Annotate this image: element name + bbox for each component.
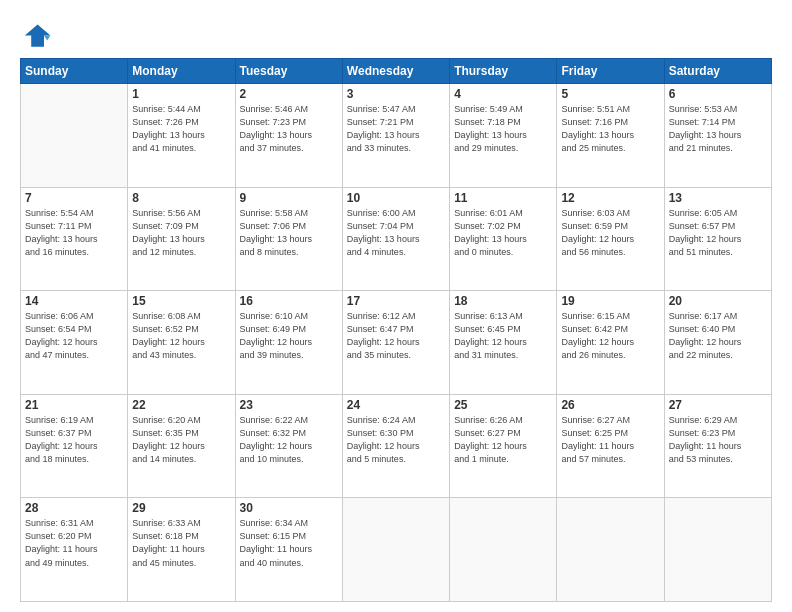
calendar-cell: 3Sunrise: 5:47 AM Sunset: 7:21 PM Daylig…: [342, 84, 449, 188]
day-number: 17: [347, 294, 445, 308]
day-info: Sunrise: 6:01 AM Sunset: 7:02 PM Dayligh…: [454, 207, 552, 259]
day-info: Sunrise: 6:15 AM Sunset: 6:42 PM Dayligh…: [561, 310, 659, 362]
calendar-cell: 6Sunrise: 5:53 AM Sunset: 7:14 PM Daylig…: [664, 84, 771, 188]
calendar-cell: 13Sunrise: 6:05 AM Sunset: 6:57 PM Dayli…: [664, 187, 771, 291]
calendar-cell: [342, 498, 449, 602]
header: [20, 18, 772, 50]
day-number: 4: [454, 87, 552, 101]
calendar-cell: 18Sunrise: 6:13 AM Sunset: 6:45 PM Dayli…: [450, 291, 557, 395]
day-number: 2: [240, 87, 338, 101]
day-info: Sunrise: 5:49 AM Sunset: 7:18 PM Dayligh…: [454, 103, 552, 155]
calendar-week-4: 21Sunrise: 6:19 AM Sunset: 6:37 PM Dayli…: [21, 394, 772, 498]
day-number: 26: [561, 398, 659, 412]
calendar-cell: 27Sunrise: 6:29 AM Sunset: 6:23 PM Dayli…: [664, 394, 771, 498]
logo-icon: [20, 18, 52, 50]
day-number: 10: [347, 191, 445, 205]
day-number: 11: [454, 191, 552, 205]
day-info: Sunrise: 6:24 AM Sunset: 6:30 PM Dayligh…: [347, 414, 445, 466]
day-number: 13: [669, 191, 767, 205]
calendar-header-row: SundayMondayTuesdayWednesdayThursdayFrid…: [21, 59, 772, 84]
day-number: 3: [347, 87, 445, 101]
calendar-cell: 5Sunrise: 5:51 AM Sunset: 7:16 PM Daylig…: [557, 84, 664, 188]
logo: [20, 18, 56, 50]
calendar-cell: 25Sunrise: 6:26 AM Sunset: 6:27 PM Dayli…: [450, 394, 557, 498]
day-number: 27: [669, 398, 767, 412]
day-info: Sunrise: 6:10 AM Sunset: 6:49 PM Dayligh…: [240, 310, 338, 362]
day-info: Sunrise: 5:44 AM Sunset: 7:26 PM Dayligh…: [132, 103, 230, 155]
calendar-cell: 26Sunrise: 6:27 AM Sunset: 6:25 PM Dayli…: [557, 394, 664, 498]
weekday-header-friday: Friday: [557, 59, 664, 84]
day-info: Sunrise: 5:58 AM Sunset: 7:06 PM Dayligh…: [240, 207, 338, 259]
weekday-header-saturday: Saturday: [664, 59, 771, 84]
day-info: Sunrise: 5:54 AM Sunset: 7:11 PM Dayligh…: [25, 207, 123, 259]
day-info: Sunrise: 6:03 AM Sunset: 6:59 PM Dayligh…: [561, 207, 659, 259]
calendar-cell: 15Sunrise: 6:08 AM Sunset: 6:52 PM Dayli…: [128, 291, 235, 395]
page: SundayMondayTuesdayWednesdayThursdayFrid…: [0, 0, 792, 612]
weekday-header-wednesday: Wednesday: [342, 59, 449, 84]
day-number: 22: [132, 398, 230, 412]
calendar-cell: [450, 498, 557, 602]
day-number: 12: [561, 191, 659, 205]
calendar-week-1: 1Sunrise: 5:44 AM Sunset: 7:26 PM Daylig…: [21, 84, 772, 188]
calendar-cell: 21Sunrise: 6:19 AM Sunset: 6:37 PM Dayli…: [21, 394, 128, 498]
day-info: Sunrise: 6:17 AM Sunset: 6:40 PM Dayligh…: [669, 310, 767, 362]
day-info: Sunrise: 5:56 AM Sunset: 7:09 PM Dayligh…: [132, 207, 230, 259]
calendar-week-2: 7Sunrise: 5:54 AM Sunset: 7:11 PM Daylig…: [21, 187, 772, 291]
day-info: Sunrise: 6:27 AM Sunset: 6:25 PM Dayligh…: [561, 414, 659, 466]
day-number: 21: [25, 398, 123, 412]
day-info: Sunrise: 5:46 AM Sunset: 7:23 PM Dayligh…: [240, 103, 338, 155]
calendar-cell: 16Sunrise: 6:10 AM Sunset: 6:49 PM Dayli…: [235, 291, 342, 395]
day-info: Sunrise: 6:08 AM Sunset: 6:52 PM Dayligh…: [132, 310, 230, 362]
calendar-cell: 9Sunrise: 5:58 AM Sunset: 7:06 PM Daylig…: [235, 187, 342, 291]
day-info: Sunrise: 6:26 AM Sunset: 6:27 PM Dayligh…: [454, 414, 552, 466]
weekday-header-tuesday: Tuesday: [235, 59, 342, 84]
day-number: 24: [347, 398, 445, 412]
day-info: Sunrise: 6:06 AM Sunset: 6:54 PM Dayligh…: [25, 310, 123, 362]
calendar-cell: 11Sunrise: 6:01 AM Sunset: 7:02 PM Dayli…: [450, 187, 557, 291]
day-info: Sunrise: 5:47 AM Sunset: 7:21 PM Dayligh…: [347, 103, 445, 155]
calendar-cell: 22Sunrise: 6:20 AM Sunset: 6:35 PM Dayli…: [128, 394, 235, 498]
calendar-cell: 14Sunrise: 6:06 AM Sunset: 6:54 PM Dayli…: [21, 291, 128, 395]
weekday-header-monday: Monday: [128, 59, 235, 84]
day-number: 29: [132, 501, 230, 515]
calendar-cell: 30Sunrise: 6:34 AM Sunset: 6:15 PM Dayli…: [235, 498, 342, 602]
day-info: Sunrise: 6:13 AM Sunset: 6:45 PM Dayligh…: [454, 310, 552, 362]
day-number: 14: [25, 294, 123, 308]
calendar-cell: 1Sunrise: 5:44 AM Sunset: 7:26 PM Daylig…: [128, 84, 235, 188]
day-number: 7: [25, 191, 123, 205]
svg-marker-1: [44, 36, 50, 41]
day-info: Sunrise: 5:53 AM Sunset: 7:14 PM Dayligh…: [669, 103, 767, 155]
day-info: Sunrise: 6:29 AM Sunset: 6:23 PM Dayligh…: [669, 414, 767, 466]
day-number: 18: [454, 294, 552, 308]
calendar-cell: 10Sunrise: 6:00 AM Sunset: 7:04 PM Dayli…: [342, 187, 449, 291]
calendar-cell: 2Sunrise: 5:46 AM Sunset: 7:23 PM Daylig…: [235, 84, 342, 188]
calendar-cell: [21, 84, 128, 188]
day-number: 15: [132, 294, 230, 308]
calendar-cell: [664, 498, 771, 602]
day-info: Sunrise: 5:51 AM Sunset: 7:16 PM Dayligh…: [561, 103, 659, 155]
day-number: 8: [132, 191, 230, 205]
day-number: 28: [25, 501, 123, 515]
day-number: 25: [454, 398, 552, 412]
calendar-cell: 28Sunrise: 6:31 AM Sunset: 6:20 PM Dayli…: [21, 498, 128, 602]
day-info: Sunrise: 6:00 AM Sunset: 7:04 PM Dayligh…: [347, 207, 445, 259]
calendar-week-3: 14Sunrise: 6:06 AM Sunset: 6:54 PM Dayli…: [21, 291, 772, 395]
day-info: Sunrise: 6:22 AM Sunset: 6:32 PM Dayligh…: [240, 414, 338, 466]
day-number: 30: [240, 501, 338, 515]
calendar-cell: 29Sunrise: 6:33 AM Sunset: 6:18 PM Dayli…: [128, 498, 235, 602]
day-info: Sunrise: 6:31 AM Sunset: 6:20 PM Dayligh…: [25, 517, 123, 569]
calendar-cell: 23Sunrise: 6:22 AM Sunset: 6:32 PM Dayli…: [235, 394, 342, 498]
day-number: 5: [561, 87, 659, 101]
day-number: 19: [561, 294, 659, 308]
svg-marker-0: [25, 24, 51, 46]
calendar-table: SundayMondayTuesdayWednesdayThursdayFrid…: [20, 58, 772, 602]
calendar-cell: 24Sunrise: 6:24 AM Sunset: 6:30 PM Dayli…: [342, 394, 449, 498]
day-number: 6: [669, 87, 767, 101]
calendar-cell: 19Sunrise: 6:15 AM Sunset: 6:42 PM Dayli…: [557, 291, 664, 395]
calendar-cell: [557, 498, 664, 602]
calendar-week-5: 28Sunrise: 6:31 AM Sunset: 6:20 PM Dayli…: [21, 498, 772, 602]
day-info: Sunrise: 6:34 AM Sunset: 6:15 PM Dayligh…: [240, 517, 338, 569]
day-number: 23: [240, 398, 338, 412]
day-info: Sunrise: 6:33 AM Sunset: 6:18 PM Dayligh…: [132, 517, 230, 569]
day-info: Sunrise: 6:05 AM Sunset: 6:57 PM Dayligh…: [669, 207, 767, 259]
